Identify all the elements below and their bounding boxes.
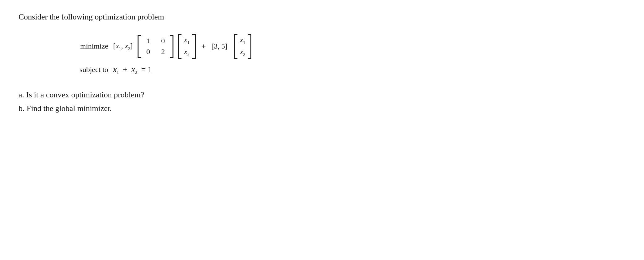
question-a: a. Is it a convex optimization problem? [19,90,513,100]
plus-sign: + [201,42,206,51]
optimization-problem: minimize [x1, x2] 1 0 0 2 [56,34,513,75]
row-vector-2: [3, 5] [211,42,228,50]
matrix-2x2: 1 0 0 2 [138,35,173,58]
questions-section: a. Is it a convex optimization problem? … [19,90,513,113]
minimize-expression: [x1, x2] 1 0 0 2 [113,34,251,59]
col-vector-2: x1 x2 [234,34,252,59]
col-v2-r2: x2 [240,48,245,57]
row-vector-1: [x1, x2] [113,42,133,51]
cell-r2c1: 0 [146,48,150,56]
intro-text: Consider the following optimization prob… [19,12,513,22]
cell-r1c1: 1 [146,37,150,45]
page-container: Consider the following optimization prob… [19,12,513,113]
col-v1-r1: x1 [184,36,190,45]
subject-to-label: subject to [56,66,108,74]
subject-to-row: subject to x1 + x2 = 1 [56,65,513,75]
minimize-row: minimize [x1, x2] 1 0 0 2 [56,34,513,59]
col-v2-r1: x1 [240,36,245,45]
question-b: b. Find the global minimizer. [19,104,513,113]
cell-r1c2: 0 [161,37,165,45]
constraint-expression: x1 + x2 = 1 [113,65,152,75]
col-v1-r2: x2 [184,48,190,57]
minimize-label: minimize [56,42,108,50]
cell-r2c2: 2 [161,48,165,56]
col-vector-1: x1 x2 [178,34,196,59]
